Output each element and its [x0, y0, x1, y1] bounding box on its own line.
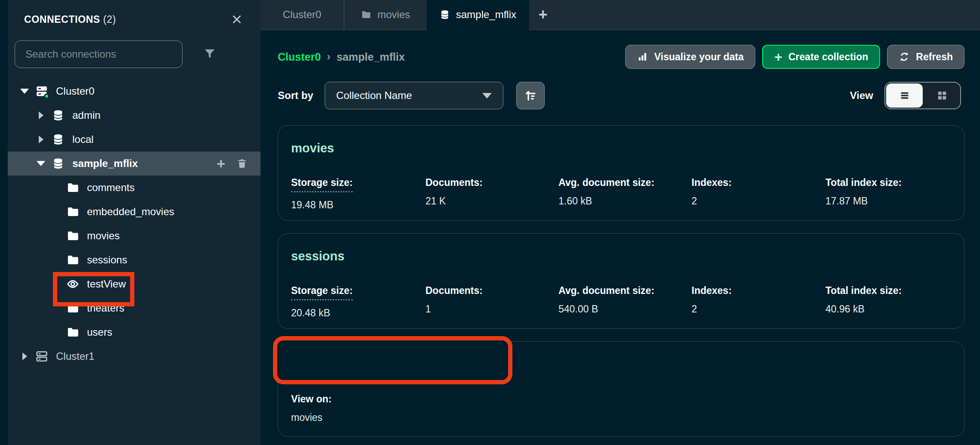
view-toggle — [884, 82, 961, 109]
sidebar-item-theaters[interactable]: theaters — [8, 296, 261, 320]
tree-item-label: theaters — [87, 302, 124, 314]
server-icon — [34, 85, 49, 98]
sidebar-item-admin[interactable]: admin — [8, 103, 261, 127]
create-button-label: Create collection — [788, 51, 868, 63]
database-header-row: Cluster0 › sample_mflix Visualize your d… — [278, 45, 964, 69]
collection-name-link[interactable]: movies — [291, 141, 334, 155]
visualize-button-label: Visualize your data — [654, 51, 744, 63]
filter-icon[interactable] — [203, 48, 216, 61]
database-icon — [51, 109, 65, 121]
tab-label: movies — [377, 9, 410, 21]
stat-label: Avg. document size: — [558, 285, 654, 297]
tab-cluster0[interactable]: Cluster0 — [261, 0, 344, 29]
view-badge: VIEW — [353, 357, 409, 375]
connections-sidebar: CONNECTIONS (2) Cluster0 — [8, 0, 261, 445]
card-stats: Storage size: 20.48 kB Documents: 1 Avg.… — [291, 285, 951, 319]
header-actions: Visualize your data + Create collection … — [625, 45, 964, 69]
sidebar-item-sessions[interactable]: sessions — [8, 248, 261, 272]
stat-value: 17.87 MB — [825, 195, 951, 207]
create-collection-button[interactable]: + Create collection — [762, 45, 880, 69]
folder-icon — [65, 302, 80, 315]
connections-count: (2) — [103, 14, 116, 25]
stat-label: Documents: — [425, 285, 483, 297]
stat-label: Total index size: — [825, 285, 902, 297]
chevron-right-icon: › — [327, 50, 331, 63]
read-only-badge: READ-ONLY — [420, 357, 491, 375]
caret-right-icon[interactable] — [34, 136, 47, 143]
refresh-button[interactable]: Refresh — [887, 45, 964, 69]
compass-window: CONNECTIONS (2) Cluster0 — [0, 0, 980, 445]
tree-item-label: admin — [72, 109, 100, 121]
folder-icon — [65, 181, 80, 194]
database-icon — [51, 133, 65, 145]
card-title-row: sessions — [291, 249, 951, 263]
tree-item-label: sample_mflix — [72, 158, 138, 170]
eye-icon — [65, 278, 80, 290]
tree-item-label: users — [87, 326, 112, 338]
stat-label: Storage size: — [291, 177, 353, 192]
collection-card-movies[interactable]: movies Storage size: 19.48 MB Documents:… — [278, 125, 964, 221]
sort-field-select[interactable]: Collection Name — [325, 82, 503, 109]
add-collection-icon[interactable]: + — [217, 156, 225, 171]
sidebar-item-users[interactable]: users — [8, 320, 261, 344]
bar-chart-icon — [637, 51, 648, 62]
stat-documents: Documents: 1 — [425, 285, 558, 319]
breadcrumb-cluster-link[interactable]: Cluster0 — [278, 51, 321, 63]
close-icon[interactable] — [230, 13, 243, 26]
sidebar-item-testview[interactable]: testView — [8, 272, 261, 296]
workspace-tabstrip: Cluster0 movies sample_mflix + — [261, 0, 980, 30]
collection-name-link[interactable]: sessions — [291, 249, 344, 263]
eye-icon — [362, 362, 372, 371]
folder-icon — [361, 9, 371, 20]
trash-icon[interactable] — [236, 158, 248, 169]
collection-cards-list: movies Storage size: 19.48 MB Documents:… — [278, 125, 964, 437]
sidebar-item-embedded-movies[interactable]: embedded_movies — [8, 200, 261, 224]
stat-value: 540.00 B — [558, 303, 692, 315]
stat-storage-size: Storage size: 20.48 kB — [291, 285, 425, 319]
stat-total-index-size: Total index size: 40.96 kB — [825, 285, 951, 319]
collection-name-link[interactable]: testView — [291, 359, 341, 374]
visualize-data-button[interactable]: Visualize your data — [625, 45, 755, 69]
view-label: View — [850, 90, 873, 102]
folder-icon — [65, 205, 80, 218]
stat-value: 2 — [692, 303, 825, 315]
refresh-button-label: Refresh — [916, 51, 953, 63]
card-title-row: testView VIEW READ-ONLY — [291, 357, 951, 375]
sort-direction-button[interactable] — [516, 82, 545, 109]
connected-status-dot — [44, 93, 50, 99]
chevron-down-icon — [482, 93, 492, 99]
caret-right-icon[interactable] — [18, 352, 31, 360]
caret-down-icon[interactable] — [34, 161, 47, 166]
breadcrumb: Cluster0 › sample_mflix — [278, 50, 405, 64]
stat-label: Storage size: — [291, 285, 353, 300]
grid-view-button[interactable] — [924, 83, 960, 108]
tab-movies[interactable]: movies — [344, 0, 427, 29]
list-view-button[interactable] — [886, 83, 923, 108]
sidebar-item-local[interactable]: local — [8, 127, 261, 151]
stat-value: 40.96 kB — [825, 303, 951, 315]
sidebar-item-cluster1[interactable]: Cluster1 — [8, 344, 261, 368]
tree-item-label: testView — [87, 278, 126, 290]
stat-value: 21 K — [425, 195, 558, 207]
tab-label: Cluster0 — [283, 9, 321, 21]
folder-icon — [65, 253, 80, 266]
stat-total-index-size: Total index size: 17.87 MB — [825, 177, 951, 211]
collection-card-sessions[interactable]: sessions Storage size: 20.48 kB Document… — [278, 233, 964, 329]
collection-card-testview[interactable]: testView VIEW READ-ONLY — [278, 341, 964, 437]
database-icon — [51, 158, 65, 170]
caret-right-icon[interactable] — [34, 111, 47, 119]
sidebar-item-comments[interactable]: comments — [8, 176, 261, 200]
sidebar-item-cluster0[interactable]: Cluster0 — [8, 79, 261, 103]
search-input[interactable] — [15, 40, 183, 68]
stat-indexes: Indexes: 2 — [692, 285, 825, 319]
connections-tree: Cluster0 admin local — [8, 79, 261, 368]
caret-down-icon[interactable] — [18, 89, 31, 94]
new-tab-button[interactable]: + — [529, 0, 557, 29]
sidebar-item-movies[interactable]: movies — [8, 224, 261, 248]
sort-ascending-icon — [524, 89, 537, 102]
card-stats: Storage size: 19.48 MB Documents: 21 K A… — [291, 177, 951, 211]
card-stats: View on: movies — [291, 393, 951, 423]
stat-value: 20.48 kB — [291, 307, 425, 319]
tab-sample-mflix[interactable]: sample_mflix — [427, 0, 529, 30]
sidebar-item-sample-mflix[interactable]: sample_mflix + — [8, 151, 261, 176]
